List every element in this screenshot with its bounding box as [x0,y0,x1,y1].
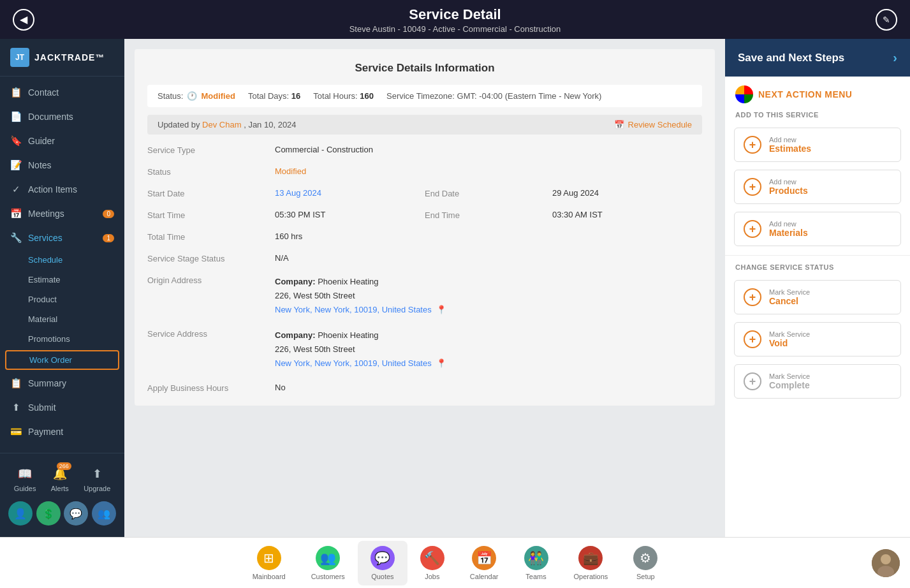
business-hours-row: Apply Business Hours No [147,383,702,393]
nav-mainboard[interactable]: ⊞ Mainboard [240,541,298,585]
nav-calendar[interactable]: 📅 Calendar [457,541,511,585]
avatar-image [872,549,900,577]
meetings-badge: 0 [103,210,114,218]
mark-void-big: Void [769,338,810,348]
add-products-small: Add new [769,178,808,186]
mark-complete-button[interactable]: + Mark Service Complete [734,364,901,399]
teams-icon: 👫 [524,546,548,570]
add-products-button[interactable]: + Add new Products [734,170,901,204]
mark-cancel-button[interactable]: + Mark Service Cancel [734,280,901,314]
mark-cancel-plus-icon: + [744,288,761,306]
origin-address-block: Company: Phoenix Heating 226, West 50th … [275,275,702,317]
calendar-icon: 📅 [614,120,624,129]
sidebar-bottom: 📖 Guides 🔔 266 Alerts ⬆ Upgrade 👤 💲 💬 👥 [0,453,124,537]
business-hours-label: Apply Business Hours [147,383,275,393]
sidebar-logo: JT JACKTRADE™ [0,39,124,77]
sidebar-item-guider[interactable]: 🔖 Guider [0,129,124,153]
logo-text: JACKTRADE™ [34,52,105,62]
service-address-value: Company: Phoenix Heating 226, West 50th … [275,328,702,371]
action-menu-label: NEXT ACTION MENU [758,89,852,99]
nav-customers[interactable]: 👥 Customers [298,541,358,585]
sidebar-subitem-estimate[interactable]: Estimate [0,270,124,290]
origin-map-pin-icon[interactable]: 📍 [436,305,446,314]
action-items-icon: ✓ [10,184,22,195]
end-time-label: End Time [425,210,552,220]
action-menu-header: NEXT ACTION MENU [725,77,910,108]
notes-icon: 📝 [10,159,22,171]
sidebar-item-meetings[interactable]: 📅 Meetings 0 [0,202,124,226]
save-next-button[interactable]: Save and Next Steps › [725,39,910,77]
total-hours-label: Total Hours: [313,91,360,101]
end-time-row: End Time 03:30 AM IST [425,210,702,220]
alerts-label: Alerts [51,485,69,492]
times-row: Start Time 05:30 PM IST End Time 03:30 A… [147,210,702,220]
origin-address-label: Origin Address [147,275,275,285]
total-time-label: Total Time [147,232,275,242]
alerts-button[interactable]: 🔔 266 Alerts [51,465,69,492]
nav-teams[interactable]: 👫 Teams [511,541,561,585]
sidebar-item-documents[interactable]: 📄 Documents [0,105,124,129]
stage-status-value: N/A [275,253,702,263]
sidebar-item-summary[interactable]: 📋 Summary [0,371,124,395]
sidebar-bottom-icons: 📖 Guides 🔔 266 Alerts ⬆ Upgrade [0,460,124,497]
back-button[interactable]: ◀ [13,9,34,31]
change-status-title: CHANGE SERVICE STATUS [725,261,910,276]
guides-icon: 📖 [16,465,34,483]
user-avatar[interactable] [872,549,900,577]
chat-button[interactable]: 💬 [64,501,88,526]
service-map-pin-icon[interactable]: 📍 [436,358,446,368]
sidebar-item-payment[interactable]: 💳 Payment [0,420,124,444]
end-date-row: End Date 29 Aug 2024 [425,188,702,198]
detail-rows: Service Type Commercial - Construction S… [147,145,702,393]
sidebar-subitem-work-order[interactable]: Work Order [5,350,119,370]
guides-button[interactable]: 📖 Guides [14,465,36,492]
sidebar-item-contact[interactable]: 📋 Contact [0,80,124,105]
total-hours-section: Total Hours: 160 [313,91,374,101]
origin-company-label: Company: [275,277,316,286]
nav-jobs[interactable]: 🔨 Jobs [407,541,457,585]
sidebar-item-action-items[interactable]: ✓ Action Items [0,177,124,202]
content-area: Service Details Information Status: 🕐 Mo… [124,39,910,537]
status-bar: Status: 🕐 Modified Total Days: 16 Total … [147,85,702,107]
sidebar-label-services: Services [28,233,62,243]
mainboard-icon: ⊞ [257,546,281,570]
calendar-nav-label: Calendar [470,573,499,580]
edit-button[interactable]: ✎ [876,9,897,31]
add-to-service-title: ADD TO THIS SERVICE [725,108,910,124]
updated-by-name: Dev Cham [202,120,241,129]
sidebar-subitem-promotions[interactable]: Promotions [0,329,124,349]
submit-icon: ⬆ [10,402,22,413]
sidebar-item-notes[interactable]: 📝 Notes [0,153,124,177]
service-city: New York, New York, 10019, United States [275,358,432,368]
billing-button[interactable]: 💲 [36,501,61,526]
user-profile-button[interactable]: 👤 [8,501,33,526]
guider-icon: 🔖 [10,135,22,147]
upgrade-button[interactable]: ⬆ Upgrade [84,465,110,492]
total-hours-value: 160 [360,91,374,101]
nav-quotes[interactable]: 💬 Quotes [358,541,407,585]
svg-point-1 [881,554,891,564]
add-estimates-button[interactable]: + Add new Estimates [734,128,901,162]
team-button[interactable]: 👥 [92,501,116,526]
sidebar-subitem-product[interactable]: Product [0,290,124,309]
add-materials-button[interactable]: + Add new Materials [734,212,901,246]
end-time-value: 03:30 AM IST [552,210,702,219]
add-products-big: Products [769,186,808,196]
add-estimates-text: Add new Estimates [769,136,811,154]
sidebar-label-contact: Contact [28,87,59,98]
sidebar-label-submit: Submit [28,402,56,413]
review-schedule-link[interactable]: 📅 Review Schedule [614,120,692,129]
mark-void-button[interactable]: + Mark Service Void [734,322,901,356]
sidebar-subitem-material[interactable]: Material [0,309,124,329]
sidebar-item-services[interactable]: 🔧 Services 1 [0,226,124,250]
sidebar-item-submit[interactable]: ⬆ Submit [0,395,124,420]
start-time-value: 05:30 PM IST [275,210,425,219]
setup-icon: ⚙ [633,546,657,570]
sidebar-subitem-schedule[interactable]: Schedule [0,250,124,270]
mark-cancel-small: Mark Service [769,288,810,296]
timezone-value: GMT: -04:00 (Eastern Time - New York) [457,91,602,101]
sidebar-label-action-items: Action Items [28,184,77,195]
status-row-label: Status [147,166,275,177]
nav-setup[interactable]: ⚙ Setup [620,541,670,585]
nav-operations[interactable]: 💼 Operations [561,541,621,585]
